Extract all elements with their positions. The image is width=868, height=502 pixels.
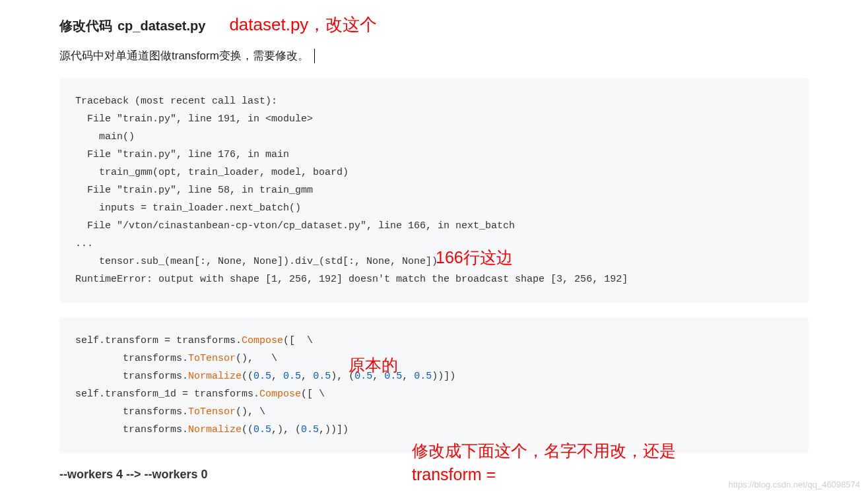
code-line: Traceback (most recent call last): <box>75 96 277 107</box>
code-block-traceback: Traceback (most recent call last): File … <box>59 78 809 303</box>
annotation-166: 166行这边 <box>436 247 513 268</box>
code-text: self.transform_1d = transforms. <box>75 389 259 400</box>
heading-filename: cp_dataset.py <box>117 18 205 34</box>
code-text: transforms. <box>75 406 188 418</box>
code-keyword: Compose <box>242 335 283 346</box>
code-text: (( <box>242 371 253 382</box>
code-line: File "train.py", line 191, in <module> <box>75 113 313 125</box>
code-keyword: ToTensor <box>188 353 236 364</box>
code-line: RuntimeError: output with shape [1, 256,… <box>75 274 628 285</box>
annotation-modify-line2: transform = <box>412 465 496 484</box>
code-keyword: Normalize <box>188 371 242 382</box>
code-line: tensor.sub_(mean[:, None, None]).div_(st… <box>75 256 438 267</box>
code-text: ,), ( <box>271 424 301 435</box>
annotation-modify-line1: 修改成下面这个，名字不用改，还是 <box>412 440 676 462</box>
code-line: File "train.py", line 58, in train_gmm <box>75 185 313 196</box>
code-text: transforms. <box>75 424 188 435</box>
code-text: transforms. <box>75 371 188 382</box>
code-number: 0.5 <box>253 371 271 382</box>
code-text: (), \ <box>236 406 265 418</box>
code-text: , <box>402 371 414 382</box>
code-text: ([ \ <box>301 389 325 400</box>
code-number: 0.5 <box>253 424 271 435</box>
code-text: ,))]) <box>319 424 349 435</box>
code-keyword: Compose <box>259 389 301 400</box>
code-keyword: Normalize <box>188 424 242 435</box>
code-line: train_gmm(opt, train_loader, model, boar… <box>75 167 349 178</box>
heading-prefix: 修改代码 <box>59 17 112 35</box>
code-line: ... <box>75 238 93 249</box>
description-text: 源代码中对单通道图做transform变换，需要修改。 <box>59 48 309 63</box>
code-line: main() <box>75 131 135 142</box>
code-keyword: ToTensor <box>188 406 236 418</box>
code-text: , <box>301 371 313 382</box>
annotation-original: 原本的 <box>349 354 398 376</box>
code-text: (( <box>242 424 253 435</box>
code-line: File "train.py", line 176, in main <box>75 149 289 160</box>
code-text: ))]) <box>432 371 455 382</box>
annotation-heading: dataset.py，改这个 <box>229 13 377 36</box>
code-number: 0.5 <box>414 371 432 382</box>
heading: 修改代码 cp_dataset.py dataset.py，改这个 <box>59 13 809 36</box>
code-number: 0.5 <box>301 424 319 435</box>
code-text: transforms. <box>75 353 188 364</box>
text-cursor-icon <box>314 49 315 63</box>
code-text: , <box>271 371 283 382</box>
description-line: 源代码中对单通道图做transform变换，需要修改。 <box>59 48 809 63</box>
code-text: ([ \ <box>283 335 313 346</box>
code-number: 0.5 <box>313 371 331 382</box>
code-text: self.transform = transforms. <box>75 335 242 346</box>
code-line: inputs = train_loader.next_batch() <box>75 203 301 214</box>
code-number: 0.5 <box>283 371 301 382</box>
code-line: File "/vton/cinastanbean-cp-vton/cp_data… <box>75 220 515 232</box>
code-text: (), \ <box>236 353 277 364</box>
code-block-transform: self.transform = transforms.Compose([ \ … <box>59 317 809 453</box>
watermark: https://blog.csdn.net/qq_46098574 <box>729 480 861 489</box>
